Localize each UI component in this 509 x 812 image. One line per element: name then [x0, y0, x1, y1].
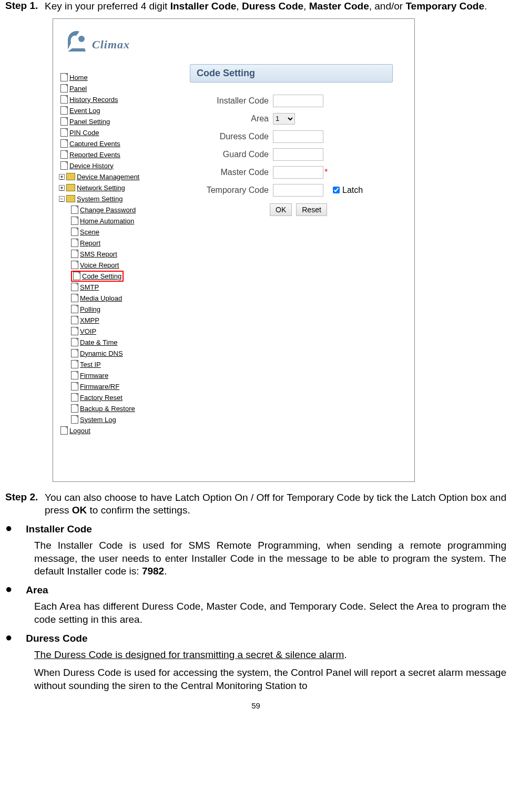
collapse-icon[interactable]: − — [59, 196, 65, 202]
nav-reported[interactable]: Reported Events — [60, 149, 174, 160]
area-body: Each Area has different Duress Code, Mas… — [34, 600, 506, 626]
nav-panel[interactable]: Panel — [60, 83, 174, 94]
nav-scene[interactable]: Scene — [71, 227, 174, 238]
page-icon — [60, 73, 68, 81]
nav-xmpp[interactable]: XMPP — [71, 315, 174, 326]
panel-heading: Code Setting — [190, 64, 393, 83]
latch-checkbox[interactable] — [333, 187, 340, 193]
nav-codesetting[interactable]: Code Setting — [71, 271, 174, 282]
nav-fwrf[interactable]: Firmware/RF — [71, 381, 174, 392]
nav-voip[interactable]: VOIP — [71, 326, 174, 337]
page-icon — [73, 272, 80, 280]
bullet-installer: ● Installer Code — [5, 522, 506, 535]
bullet-icon: ● — [5, 522, 12, 534]
svg-point-0 — [78, 36, 85, 42]
nav-home[interactable]: Home — [60, 72, 174, 83]
page-icon — [60, 150, 68, 159]
page-icon — [71, 305, 78, 313]
nav-changepw[interactable]: Change Password — [71, 204, 174, 215]
page-icon — [60, 161, 68, 170]
nav-homeauto[interactable]: Home Automation — [71, 215, 174, 227]
bullet-installer-head: Installer Code — [26, 522, 92, 535]
label-duress: Duress Code — [190, 132, 273, 141]
logo-band: Climax — [53, 19, 414, 63]
step1-body: Key in your preferred 4 digit Installer … — [45, 0, 506, 13]
content-pane: Code Setting Installer Code Area1 Duress… — [174, 63, 414, 436]
nav-netset[interactable]: +Network Setting — [60, 182, 174, 193]
nav-panelsetting[interactable]: Panel Setting — [60, 116, 174, 127]
label-area: Area — [190, 114, 273, 124]
step2-body: You can also choose to have Latch Option… — [45, 491, 506, 517]
nav-ddns[interactable]: Dynamic DNS — [71, 348, 174, 359]
page-icon — [71, 338, 78, 346]
label-master: Master Code — [190, 168, 273, 177]
temporary-input[interactable] — [273, 184, 323, 197]
duress-input[interactable] — [273, 130, 323, 143]
expand-icon[interactable]: + — [59, 185, 65, 191]
duress-body: When Duress Code is used for accessing t… — [34, 666, 506, 692]
page-icon — [71, 371, 78, 379]
nav-backup[interactable]: Backup & Restore — [71, 403, 174, 414]
step2-label: Step 2. — [5, 491, 45, 517]
area-select[interactable]: 1 — [273, 113, 295, 125]
page-icon — [71, 294, 78, 302]
nav-factory[interactable]: Factory Reset — [71, 392, 174, 403]
bullet-area: ● Area — [5, 583, 506, 596]
page-icon — [60, 426, 68, 435]
page-icon — [71, 205, 78, 214]
nav-media[interactable]: Media Upload — [71, 293, 174, 304]
page-icon — [60, 84, 68, 92]
folder-icon — [66, 195, 75, 202]
logo-text: Climax — [92, 38, 130, 52]
page-icon — [71, 393, 78, 402]
label-temporary: Temporary Code — [190, 186, 273, 195]
page-icon — [60, 128, 68, 137]
nav-polling[interactable]: Polling — [71, 304, 174, 315]
required-marker: * — [324, 168, 328, 177]
guard-input[interactable] — [273, 148, 323, 161]
nav-smsreport[interactable]: SMS Report — [71, 249, 174, 260]
installer-input[interactable] — [273, 95, 323, 107]
latch-label: Latch — [342, 186, 363, 195]
page-icon — [60, 106, 68, 115]
page-icon — [71, 316, 78, 324]
master-input[interactable] — [273, 166, 323, 179]
nav-report[interactable]: Report — [71, 238, 174, 249]
nav-pin[interactable]: PIN Code — [60, 127, 174, 138]
nav-devmgmt[interactable]: +Device Management — [60, 171, 174, 182]
nav-voicereport[interactable]: Voice Report — [71, 260, 174, 271]
page-icon — [71, 360, 78, 368]
nav-syslog[interactable]: System Log — [71, 414, 174, 425]
page-icon — [71, 250, 78, 258]
page-icon — [71, 239, 78, 247]
nav-smtp[interactable]: SMTP — [71, 282, 174, 293]
code-form: Installer Code Area1 Duress Code Guard C… — [190, 92, 414, 216]
page-icon — [60, 117, 68, 126]
folder-icon — [66, 184, 75, 191]
page-icon — [71, 349, 78, 357]
page-icon — [71, 261, 78, 269]
page-icon — [71, 404, 78, 413]
nav-datetime[interactable]: Date & Time — [71, 337, 174, 348]
climax-logo-icon — [65, 28, 90, 52]
nav-captured[interactable]: Captured Events — [60, 138, 174, 149]
nav-testip[interactable]: Test IP — [71, 359, 174, 370]
nav-sysset[interactable]: −System Setting — [60, 193, 174, 204]
nav-tree: Home Panel History Records Event Log Pan… — [53, 63, 174, 436]
nav-fw[interactable]: Firmware — [71, 370, 174, 381]
page-icon — [71, 327, 78, 335]
expand-icon[interactable]: + — [59, 174, 65, 180]
installer-body: The Installer Code is used for SMS Remot… — [34, 539, 506, 578]
reset-button[interactable]: Reset — [296, 203, 327, 216]
page-number: 59 — [5, 701, 506, 710]
nav-devhist[interactable]: Device History — [60, 160, 174, 171]
nav-history[interactable]: History Records — [60, 94, 174, 105]
screenshot: Climax Home Panel History Records Event … — [53, 18, 415, 482]
nav-logout[interactable]: Logout — [60, 425, 174, 436]
ok-button[interactable]: OK — [270, 203, 292, 216]
bullet-area-head: Area — [26, 583, 48, 596]
step-2: Step 2. You can also choose to have Latc… — [5, 491, 506, 517]
label-installer: Installer Code — [190, 96, 273, 106]
nav-eventlog[interactable]: Event Log — [60, 105, 174, 116]
page-icon — [71, 415, 78, 424]
